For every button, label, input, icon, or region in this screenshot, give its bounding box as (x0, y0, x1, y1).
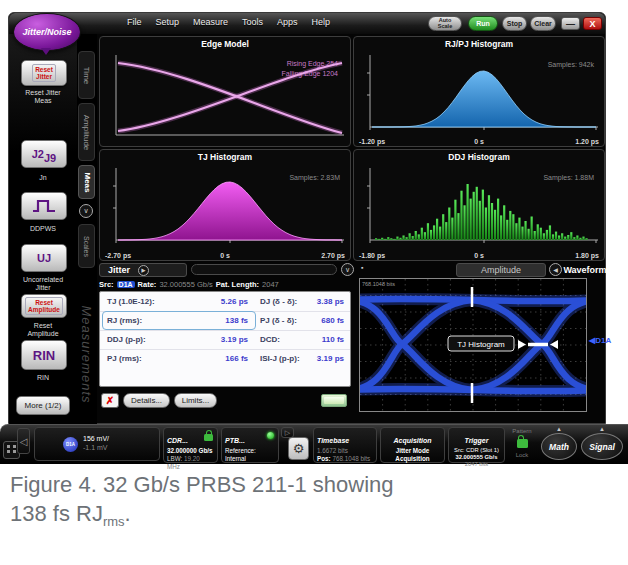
waveform-back-button[interactable]: ◀ (549, 263, 562, 276)
meas-value: 3.19 ps (286, 354, 344, 363)
status-bar-slot (191, 264, 337, 275)
tj-tick-right: 2.70 ps (321, 252, 345, 259)
channel-offset: -1.1 mV (83, 444, 109, 453)
tab-jitter[interactable]: Jitter ▶ (99, 263, 187, 277)
marker-pin-icon: ▪ (361, 264, 363, 271)
cdr-panel[interactable]: CDR... 32.000000 Gb/s LBW: 19.20 MHz (163, 427, 218, 463)
math-button[interactable]: Math (541, 433, 577, 460)
app-window: File Setup Measure Tools Apps Help Auto … (8, 12, 606, 424)
rjpj-chart (356, 49, 604, 133)
tj-histogram-panel: TJ Histogram Samples: 2.83M -2.70 ps 0 s… (99, 149, 351, 261)
math-control[interactable]: ▲ Math (541, 425, 577, 463)
amplitude-tab-label: Amplitude (481, 265, 521, 275)
edge-model-panel: Edge Model Rising Edge 254Falling Edge 1… (99, 36, 351, 147)
menu-setup[interactable]: Setup (156, 17, 180, 27)
reset-jitter-button[interactable]: ResetJitter (21, 60, 67, 86)
expand-chevron-button[interactable]: ∨ (341, 263, 354, 276)
meas-name: PJ (rms): (107, 354, 142, 363)
arrow-left-icon: ◁ (20, 436, 28, 447)
close-button[interactable]: X (583, 17, 602, 30)
rin-label: RIN (9, 374, 77, 382)
eye-diagram-panel: TJ Histogram (359, 278, 587, 412)
table-row[interactable]: TJ (1.0E-12): 5.26 ps DJ (δ - δ): 3.38 p… (100, 292, 350, 312)
pattern-lock-icon (517, 439, 528, 448)
ptb-panel[interactable]: PTB... Reference: Internal Reference (221, 427, 279, 463)
waveform-tab-label: Waveform (563, 265, 606, 275)
signal-control[interactable]: ▲ Signal (581, 425, 623, 463)
menu-apps[interactable]: Apps (277, 17, 298, 27)
tab-scales[interactable]: Scales (78, 224, 95, 268)
meas-value: 5.26 ps (186, 297, 248, 306)
menu-help[interactable]: Help (312, 17, 331, 27)
trigger-bits: 2047 bits (452, 461, 501, 468)
reset-jitter-icon: ResetJitter (32, 64, 56, 82)
channel-marker[interactable]: ◀D1A (589, 336, 611, 345)
results-header: Src: D1A Rate: 32.000555 Gb/s Pat. Lengt… (99, 278, 351, 291)
scroll-left-button[interactable]: ◁ (17, 428, 30, 454)
src-badge[interactable]: D1A (117, 281, 135, 288)
stop-button[interactable]: Stop (502, 16, 527, 31)
channel-ball-icon: D1A (63, 437, 78, 452)
menu-tools[interactable]: Tools (242, 17, 263, 27)
acquisition-panel[interactable]: Acquisition Jitter Mode Acquisition (380, 427, 445, 463)
clear-button[interactable]: Clear (530, 16, 556, 31)
limits-button[interactable]: Limits... (174, 393, 217, 408)
table-row[interactable]: DDJ (p-p): 3.19 ps DCD: 110 fs (100, 330, 350, 350)
trigger-source: Src: CDR (Slot 1) (452, 447, 501, 454)
ddj-chart (356, 162, 604, 246)
pat-length-label: Pat. Length: (216, 280, 259, 289)
rate-value: 32.000555 Gb/s (159, 280, 212, 289)
channel-scale: 156 mV/ (83, 435, 109, 444)
settings-gear-button[interactable]: ⚙ (288, 437, 309, 460)
more-button[interactable]: More (1/2) (16, 396, 70, 415)
battery-indicator (321, 394, 347, 407)
play-button[interactable]: ▶ (138, 265, 149, 276)
rate-label: Rate: (138, 280, 157, 289)
collapse-chevron-button[interactable]: ∨ (79, 204, 93, 218)
trigger-panel[interactable]: Trigger Src: CDR (Slot 1) 32.000555 Gb/s… (448, 427, 505, 463)
uj-button[interactable]: UJ (21, 244, 67, 272)
tj-title: TJ Histogram (100, 152, 350, 162)
chevron-down-icon: ∨ (345, 266, 350, 274)
signal-button[interactable]: Signal (581, 433, 623, 460)
auto-scale-button[interactable]: Auto Scale (428, 16, 462, 31)
ddpws-button[interactable] (21, 192, 67, 220)
j9-icon: J9 (44, 152, 56, 164)
tab-amplitude-result[interactable]: Amplitude (456, 263, 546, 277)
run-button[interactable]: Run (468, 16, 498, 31)
pattern-lock-label: Lock (508, 452, 536, 458)
menu-measure[interactable]: Measure (193, 17, 228, 27)
reset-amplitude-label: ResetAmplitude (9, 322, 77, 339)
table-row[interactable]: PJ (rms): 166 fs ISI-J (p-p): 3.19 ps (100, 349, 350, 368)
details-button[interactable]: Details... (123, 393, 170, 408)
measurements-strip-label: Measurements (77, 274, 97, 434)
menu-file[interactable]: File (127, 17, 142, 27)
caption-line2: 138 fs RJrms. (10, 499, 394, 536)
minimize-button[interactable]: — (561, 17, 580, 30)
tab-waveform[interactable]: Waveform (565, 263, 605, 277)
jn-label: Jn (9, 174, 77, 182)
rin-button[interactable]: RIN (21, 340, 67, 370)
rjpj-title: RJ/PJ Histogram (354, 39, 604, 49)
tab-amplitude[interactable]: Amplitude (78, 103, 95, 161)
timebase-panel[interactable]: Timebase 1.6672 bits Pos: 768.1048 bits (313, 427, 377, 463)
results-table: TJ (1.0E-12): 5.26 ps DJ (δ - δ): 3.38 p… (99, 291, 351, 387)
rjpj-tick-left: -1.20 ps (359, 138, 385, 145)
ptb-status-led (267, 432, 274, 439)
meas-value: 680 fs (286, 316, 344, 325)
delete-measurement-button[interactable]: ✗ (101, 393, 119, 408)
tab-time[interactable]: Time (78, 51, 95, 99)
jn-button[interactable]: J2 J9 (21, 140, 67, 168)
eye-position-readout: 768.1048 bits (362, 281, 395, 287)
trigger-title: Trigger (465, 437, 489, 444)
back-icon: ◀ (553, 266, 558, 273)
ddj-title: DDJ Histogram (354, 152, 604, 162)
bottom-toolbar: ◁ D1A 156 mV/ -1.1 mV CDR... 32.000000 G… (0, 424, 628, 464)
arrow-right-icon: ▷ (285, 429, 290, 437)
pat-length-value: 2047 (262, 280, 279, 289)
reset-jitter-label: Reset JitterMeas (9, 89, 77, 106)
reset-amplitude-button[interactable]: ResetAmplitude (21, 294, 67, 318)
tab-meas[interactable]: Meas (78, 165, 95, 199)
uj-icon: UJ (37, 252, 51, 264)
channel-panel[interactable]: D1A 156 mV/ -1.1 mV (34, 427, 160, 461)
